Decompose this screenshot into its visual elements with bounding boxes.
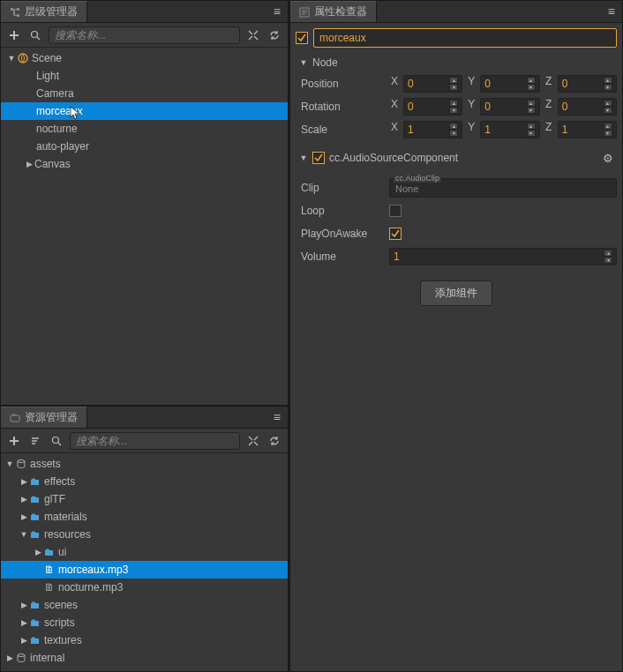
assets-tab[interactable]: 资源管理器 <box>1 407 87 428</box>
scene-icon <box>17 53 29 63</box>
collapse-icon[interactable] <box>245 27 261 43</box>
spinner-icon[interactable]: ▴▾ <box>604 250 612 264</box>
folder-resources[interactable]: ▼🖿resources <box>1 526 288 543</box>
expand-icon[interactable]: ▶ <box>24 160 34 168</box>
svg-point-4 <box>18 460 25 463</box>
scale-z-input[interactable]: 1▴▾ <box>558 121 617 138</box>
file-item-selected[interactable]: 🗎morceaux.mp3 <box>1 561 288 579</box>
expand-icon[interactable]: ▶ <box>19 495 29 504</box>
expand-icon[interactable]: ▶ <box>19 477 29 486</box>
assets-toolbar <box>1 429 288 453</box>
clip-value: None <box>395 183 418 194</box>
assets-menu-icon[interactable]: ≡ <box>266 410 288 424</box>
spinner-icon[interactable]: ▴▾ <box>527 77 536 91</box>
clip-label: Clip <box>301 182 389 194</box>
internal-root[interactable]: ▶internal <box>1 649 288 667</box>
rotation-x-input[interactable]: 0▴▾ <box>403 98 462 116</box>
loop-checkbox[interactable] <box>389 205 402 217</box>
inspector-menu-icon[interactable]: ≡ <box>601 4 622 19</box>
hierarchy-toolbar <box>1 23 288 48</box>
expand-icon[interactable]: ▼ <box>299 153 308 162</box>
sort-icon[interactable] <box>27 433 43 449</box>
z-label: Z <box>544 75 554 93</box>
refresh-icon[interactable] <box>266 433 282 449</box>
folder-ui[interactable]: ▶🖿ui <box>1 543 288 561</box>
expand-icon[interactable]: ▶ <box>19 618 29 627</box>
expand-icon[interactable]: ▶ <box>19 636 29 645</box>
assets-search-input[interactable] <box>70 432 240 450</box>
search-icon[interactable] <box>27 27 43 43</box>
expand-icon[interactable]: ▶ <box>19 512 29 521</box>
hierarchy-header: 层级管理器 ≡ <box>1 1 288 23</box>
node-enabled-checkbox[interactable] <box>296 32 308 44</box>
hierarchy-tab[interactable]: 层级管理器 <box>1 1 87 22</box>
gear-icon[interactable]: ⚙ <box>603 152 613 165</box>
file-icon: 🗎 <box>43 581 56 594</box>
scale-y-input[interactable]: 1▴▾ <box>480 121 539 138</box>
assets-panel: 资源管理器 ≡ ▼ <box>0 406 289 672</box>
hierarchy-icon <box>10 7 20 18</box>
inspector-tab[interactable]: 属性检查器 <box>290 1 377 22</box>
x-label: X <box>389 75 400 93</box>
volume-input[interactable]: 1 ▴▾ <box>389 248 617 265</box>
expand-icon[interactable]: ▼ <box>6 54 17 63</box>
folder-item[interactable]: ▶🖿materials <box>1 508 288 526</box>
add-node-button[interactable] <box>6 27 22 43</box>
tree-node[interactable]: ▶ Canvas <box>1 155 288 173</box>
component-enabled-checkbox[interactable] <box>312 152 325 164</box>
folder-item[interactable]: ▶🖿scripts <box>1 614 288 631</box>
tree-node[interactable]: Light <box>1 67 288 85</box>
hierarchy-search-input[interactable] <box>49 26 240 44</box>
folder-item[interactable]: ▶🖿textures <box>1 631 288 649</box>
tree-node-selected[interactable]: morceaux <box>1 102 288 120</box>
folder-item[interactable]: ▶🖿glTF <box>1 490 288 508</box>
spinner-icon[interactable]: ▴▾ <box>604 77 612 91</box>
expand-icon[interactable]: ▼ <box>19 530 29 539</box>
loop-label: Loop <box>301 205 389 217</box>
expand-icon[interactable]: ▼ <box>4 459 15 468</box>
assets-root[interactable]: ▼ assets <box>1 455 288 473</box>
rotation-z-input[interactable]: 0▴▾ <box>558 98 617 116</box>
file-item[interactable]: 🗎nocturne.mp3 <box>1 579 288 596</box>
spinner-icon[interactable]: ▴▾ <box>527 100 536 114</box>
spinner-icon[interactable]: ▴▾ <box>449 77 458 91</box>
play-awake-checkbox[interactable] <box>389 228 402 240</box>
node-section-header[interactable]: ▼ Node <box>296 53 617 72</box>
add-component-button[interactable]: 添加组件 <box>420 280 492 306</box>
assets-header: 资源管理器 ≡ <box>1 407 288 429</box>
spinner-icon[interactable]: ▴▾ <box>604 123 612 137</box>
folder-icon: 🖿 <box>43 546 56 558</box>
expand-icon[interactable]: ▶ <box>33 548 43 556</box>
search-icon[interactable] <box>49 433 64 449</box>
folder-item[interactable]: ▶🖿effects <box>1 473 288 490</box>
spinner-icon[interactable]: ▴▾ <box>449 100 458 114</box>
rotation-y-input[interactable]: 0▴▾ <box>480 98 539 116</box>
scene-label: Scene <box>32 52 62 64</box>
clip-input[interactable]: cc.AudioClip None <box>389 178 617 198</box>
spinner-icon[interactable]: ▴▾ <box>527 123 536 137</box>
tree-node[interactable]: nocturne <box>1 120 288 138</box>
folder-label: textures <box>44 634 82 646</box>
spinner-icon[interactable]: ▴▾ <box>449 123 458 137</box>
position-z-input[interactable]: 0▴▾ <box>558 75 617 93</box>
folder-item[interactable]: ▶🖿scenes <box>1 596 288 614</box>
hierarchy-tree: ▼ Scene Light Camera morceaux <box>1 48 288 405</box>
position-x-input[interactable]: 0▴▾ <box>403 75 462 93</box>
component-header[interactable]: ▼ cc.AudioSourceComponent ⚙ <box>296 148 617 168</box>
expand-icon[interactable]: ▼ <box>299 58 308 67</box>
node-name-input[interactable] <box>313 28 617 48</box>
expand-icon[interactable]: ▶ <box>4 653 15 662</box>
tree-node[interactable]: auto-player <box>1 138 288 155</box>
hierarchy-menu-icon[interactable]: ≡ <box>266 4 288 19</box>
refresh-icon[interactable] <box>266 27 282 43</box>
folder-icon: 🖿 <box>29 634 41 646</box>
tree-node[interactable]: Camera <box>1 85 288 102</box>
spinner-icon[interactable]: ▴▾ <box>604 100 612 114</box>
collapse-icon[interactable] <box>245 433 261 449</box>
expand-icon[interactable]: ▶ <box>19 601 29 609</box>
scale-x-input[interactable]: 1▴▾ <box>403 121 462 138</box>
position-y-input[interactable]: 0▴▾ <box>480 75 539 93</box>
folder-icon: 🖿 <box>29 475 41 488</box>
add-asset-button[interactable] <box>6 433 22 449</box>
scene-root[interactable]: ▼ Scene <box>1 49 288 67</box>
